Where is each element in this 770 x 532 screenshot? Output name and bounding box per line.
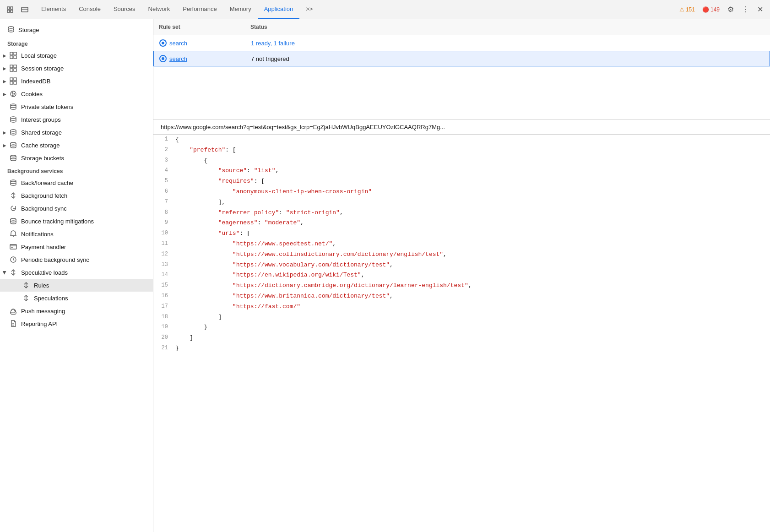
row1-rule-set[interactable]: search	[154, 38, 245, 49]
arrows-icon-speculations	[22, 294, 30, 302]
tab-console[interactable]: Console	[72, 0, 107, 19]
code-line: 13 "https://www.vocabulary.com/dictionar…	[153, 260, 770, 271]
svg-point-6	[8, 27, 14, 28]
sidebar-item-background-fetch[interactable]: Background fetch	[0, 189, 153, 202]
close-icon[interactable]: ✕	[754, 3, 766, 16]
sidebar-sub-item-rules[interactable]: Rules	[0, 279, 153, 292]
sidebar-sub-item-speculations[interactable]: Speculations	[0, 292, 153, 304]
storage-buckets-label: Storage buckets	[21, 155, 64, 162]
svg-rect-32	[10, 244, 16, 249]
toolbar-icons	[4, 3, 31, 16]
sidebar-item-back-forward-cache[interactable]: Back/forward cache	[0, 176, 153, 189]
bounce-tracking-label: Bounce tracking mitigations	[21, 218, 94, 225]
payment-handler-label: Payment handler	[21, 244, 66, 250]
code-line: 10 "urls": [	[153, 228, 770, 239]
inspector-icon[interactable]	[18, 3, 31, 16]
col-rule-set: Rule set	[153, 22, 245, 32]
err-badge[interactable]: 🔴 149	[700, 5, 722, 14]
sidebar-item-background-sync[interactable]: Background sync	[0, 202, 153, 215]
sidebar-item-storage-buckets[interactable]: Storage buckets	[0, 152, 153, 164]
db-icon-interest-groups	[9, 115, 17, 124]
svg-point-22	[12, 95, 13, 96]
sidebar-item-shared-storage[interactable]: ▶ Shared storage	[0, 126, 153, 139]
settings-icon[interactable]: ⚙	[724, 3, 737, 16]
db-icon-bounce	[9, 217, 17, 225]
code-line: 11 "https://www.speedtest.net/",	[153, 239, 770, 250]
line-content: }	[175, 323, 770, 332]
private-state-tokens-label: Private state tokens	[21, 103, 73, 110]
tab-memory[interactable]: Memory	[223, 0, 258, 19]
sidebar-item-cache-storage[interactable]: ▶ Cache storage	[0, 139, 153, 152]
pointer-icon[interactable]	[4, 3, 16, 16]
line-content: ]	[175, 313, 770, 322]
svg-rect-18	[14, 81, 16, 84]
code-line: 8 "referrer_policy": "strict-origin",	[153, 208, 770, 218]
line-content: "anonymous-client-ip-when-cross-origin"	[175, 187, 770, 197]
row2-search-link[interactable]: search	[169, 55, 187, 62]
line-number: 18	[153, 313, 175, 321]
line-number: 19	[153, 323, 175, 331]
sidebar-item-payment-handler[interactable]: Payment handler	[0, 240, 153, 253]
sidebar-item-indexeddb[interactable]: ▶ IndexedDB	[0, 75, 153, 87]
sidebar-item-push-messaging[interactable]: Push messaging	[0, 304, 153, 317]
sidebar-item-bounce-tracking[interactable]: Bounce tracking mitigations	[0, 215, 153, 228]
code-line: 14 "https://en.wikipedia.org/wiki/Test",	[153, 270, 770, 281]
sidebar-item-storage-top[interactable]: Storage	[0, 23, 153, 37]
sidebar-item-local-storage[interactable]: ▶ Local storage	[0, 49, 153, 62]
card-icon	[9, 243, 17, 251]
line-content: "https://en.wikipedia.org/wiki/Test",	[175, 271, 770, 280]
tab-performance[interactable]: Performance	[176, 0, 223, 19]
sidebar-item-reporting-api[interactable]: Reporting API	[0, 317, 153, 330]
cache-storage-label: Cache storage	[21, 142, 60, 149]
tab-elements[interactable]: Elements	[35, 0, 72, 19]
line-content: "https://fast.com/"	[175, 302, 770, 312]
code-line: 5 "requires": [	[153, 176, 770, 187]
expand-arrow-cookies: ▶	[3, 92, 6, 97]
sidebar-item-notifications[interactable]: Notifications	[0, 228, 153, 240]
line-number: 14	[153, 271, 175, 279]
clock-icon	[9, 255, 17, 264]
line-number: 9	[153, 218, 175, 227]
tab-application[interactable]: Application	[258, 0, 300, 19]
tab-network[interactable]: Network	[142, 0, 177, 19]
speculation-icon-1	[159, 39, 167, 47]
err-icon: 🔴	[702, 6, 709, 13]
tab-sources[interactable]: Sources	[107, 0, 142, 19]
line-content: "requires": [	[175, 177, 770, 186]
row2-rule-set[interactable]: search	[154, 53, 245, 64]
sidebar-item-interest-groups[interactable]: Interest groups	[0, 113, 153, 126]
line-number: 1	[153, 135, 175, 144]
warn-badge[interactable]: ⚠ 151	[677, 5, 698, 14]
sidebar-item-periodic-bg-sync[interactable]: Periodic background sync	[0, 253, 153, 266]
content-area: Rule set Status search 1 ready, 1 failur…	[153, 19, 770, 532]
row1-search-link[interactable]: search	[169, 40, 187, 47]
svg-point-25	[11, 130, 16, 131]
sidebar-item-private-state-tokens[interactable]: Private state tokens	[0, 100, 153, 113]
sidebar-item-session-storage[interactable]: ▶ Session storage	[0, 62, 153, 75]
svg-rect-11	[10, 65, 13, 68]
expand-arrow-speculative-loads: ▶	[2, 271, 7, 274]
table-row[interactable]: search 7 not triggered	[153, 51, 770, 66]
sidebar-item-cookies[interactable]: ▶ Cookies	[0, 87, 153, 100]
session-storage-label: Session storage	[21, 65, 64, 72]
line-content: }	[175, 344, 770, 353]
svg-point-23	[11, 104, 16, 106]
db-icon	[7, 26, 15, 34]
line-content: ],	[175, 198, 770, 207]
svg-point-21	[14, 93, 15, 94]
more-icon[interactable]: ⋮	[739, 3, 752, 16]
line-content: {	[175, 135, 770, 145]
tab-more[interactable]: >>	[299, 0, 319, 19]
expand-arrow-shared-storage: ▶	[3, 130, 6, 135]
line-content: "referrer_policy": "strict-origin",	[175, 208, 770, 218]
speculations-label: Speculations	[34, 295, 68, 302]
row1-status-text[interactable]: 1 ready, 1 failure	[251, 40, 295, 47]
svg-rect-4	[22, 7, 28, 12]
sidebar-item-speculative-loads[interactable]: ▶ Speculative loads	[0, 266, 153, 279]
table-row[interactable]: search 1 ready, 1 failure	[153, 35, 770, 51]
line-content: "https://www.britannica.com/dictionary/t…	[175, 292, 770, 301]
cloud-icon	[9, 307, 17, 315]
expand-arrow-indexeddb: ▶	[3, 79, 6, 84]
db-icon-private-state	[9, 103, 17, 111]
svg-rect-0	[7, 7, 10, 9]
